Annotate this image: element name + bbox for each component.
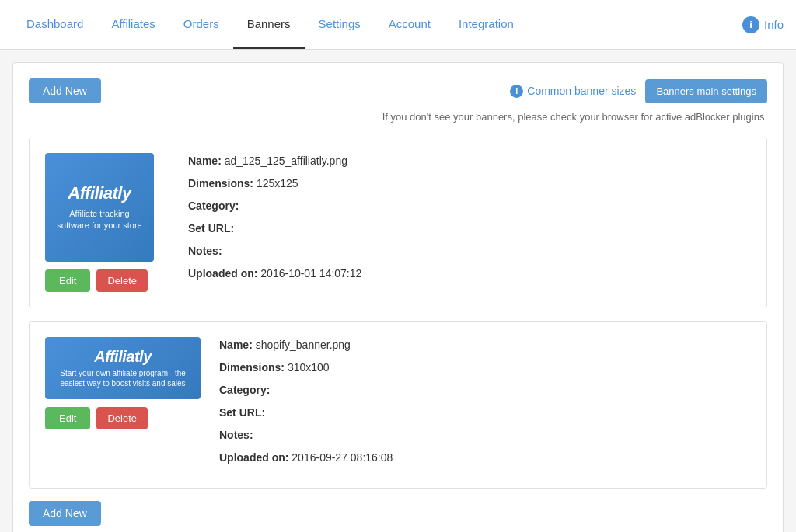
banner-notes-row-1: Notes: (188, 243, 751, 259)
banner-details-1: Name: ad_125_125_affiliatly.png Dimensio… (188, 153, 751, 288)
uploaded-val-1: 2016-10-01 14:07:12 (260, 267, 361, 280)
uploaded-label-1: Uploaded on: (188, 267, 257, 280)
info-button[interactable]: i Info (742, 16, 784, 33)
notes-label-1: Notes: (188, 245, 222, 257)
banner-uploaded-row-2: Uploaded on: 2016-09-27 08:16:08 (219, 450, 751, 466)
notes-label-2: Notes: (219, 429, 253, 441)
banner-card-2: Affiliatly Start your own affiliate prog… (29, 321, 767, 489)
common-banner-sizes-label: Common banner sizes (527, 85, 636, 97)
top-navigation: Dashboard Affiliates Orders Banners Sett… (0, 0, 796, 50)
banner-notes-row-2: Notes: (219, 427, 751, 443)
brand-desc-1: Affiliate tracking software for your sto… (53, 208, 146, 232)
brand-name-1: Affiliatly (68, 183, 131, 203)
uploaded-val-2: 2016-09-27 08:16:08 (292, 451, 393, 464)
banner-details-2: Name: shopify_banner.png Dimensions: 310… (219, 337, 751, 472)
info-circle-icon: i (742, 16, 759, 33)
tab-banners[interactable]: Banners (233, 0, 305, 49)
banner-dimensions-row-1: Dimensions: 125x125 (188, 176, 751, 192)
brand-desc-2: Start your own affiliate program - the e… (51, 368, 194, 388)
banner-seturl-row-1: Set URL: (188, 221, 751, 237)
banner-image-2: Affiliatly Start your own affiliate prog… (45, 337, 201, 399)
seturl-label-1: Set URL: (188, 222, 234, 235)
add-new-button-top[interactable]: Add New (29, 78, 101, 103)
dimensions-label-2: Dimensions: (219, 361, 285, 374)
name-val-2: shopify_banner.png (256, 339, 351, 351)
edit-button-1[interactable]: Edit (45, 269, 90, 292)
banner-seturl-row-2: Set URL: (219, 405, 751, 421)
seturl-label-2: Set URL: (219, 406, 265, 419)
tab-affiliates[interactable]: Affiliates (97, 0, 169, 49)
tab-account[interactable]: Account (375, 0, 445, 49)
banner-preview-col-1: Affiliatly Affiliate tracking software f… (45, 153, 169, 292)
banner-name-row-1: Name: ad_125_125_affiliatly.png (188, 153, 751, 169)
banner-category-row-1: Category: (188, 198, 751, 214)
banner-card-1: Affiliatly Affiliate tracking software f… (29, 137, 767, 308)
banner-name-row-2: Name: shopify_banner.png (219, 337, 751, 353)
category-label-1: Category: (188, 200, 239, 212)
banner-uploaded-row-1: Uploaded on: 2016-10-01 14:07:12 (188, 266, 751, 282)
main-content: Add New i Common banner sizes Banners ma… (12, 62, 784, 532)
category-label-2: Category: (219, 384, 270, 396)
banner-preview-col-2: Affiliatly Start your own affiliate prog… (45, 337, 201, 429)
delete-button-2[interactable]: Delete (96, 407, 148, 429)
brand-name-2: Affiliatly (94, 348, 152, 366)
tab-orders[interactable]: Orders (169, 0, 233, 49)
name-label-1: Name: (188, 155, 222, 167)
edit-button-2[interactable]: Edit (45, 407, 90, 429)
dimensions-label-1: Dimensions: (188, 177, 253, 190)
name-val-1: ad_125_125_affiliatly.png (225, 155, 347, 167)
info-circle-sm-icon: i (510, 85, 523, 98)
add-new-button-bottom[interactable]: Add New (29, 501, 101, 526)
banner-image-1: Affiliatly Affiliate tracking software f… (45, 153, 154, 262)
toolbar-right: i Common banner sizes Banners main setti… (510, 79, 767, 103)
nav-tabs: Dashboard Affiliates Orders Banners Sett… (12, 0, 528, 49)
common-banner-sizes-link[interactable]: i Common banner sizes (510, 85, 636, 98)
tab-integration[interactable]: Integration (445, 0, 528, 49)
banner-category-row-2: Category: (219, 382, 751, 398)
banner-dimensions-row-2: Dimensions: 310x100 (219, 360, 751, 376)
banners-main-settings-button[interactable]: Banners main settings (645, 79, 767, 103)
uploaded-label-2: Uploaded on: (219, 451, 288, 464)
toolbar: Add New i Common banner sizes Banners ma… (29, 78, 767, 103)
banner-buttons-2: Edit Delete (45, 407, 148, 429)
dimensions-val-1: 125x125 (257, 177, 298, 190)
banner-buttons-1: Edit Delete (45, 269, 148, 292)
adblocker-note: If you don't see your banners, please ch… (29, 111, 767, 123)
name-label-2: Name: (219, 339, 253, 351)
bottom-toolbar: Add New (29, 501, 767, 526)
tab-settings[interactable]: Settings (305, 0, 375, 49)
info-label: Info (764, 18, 784, 31)
dimensions-val-2: 310x100 (288, 361, 330, 374)
delete-button-1[interactable]: Delete (96, 269, 148, 292)
tab-dashboard[interactable]: Dashboard (12, 0, 97, 49)
